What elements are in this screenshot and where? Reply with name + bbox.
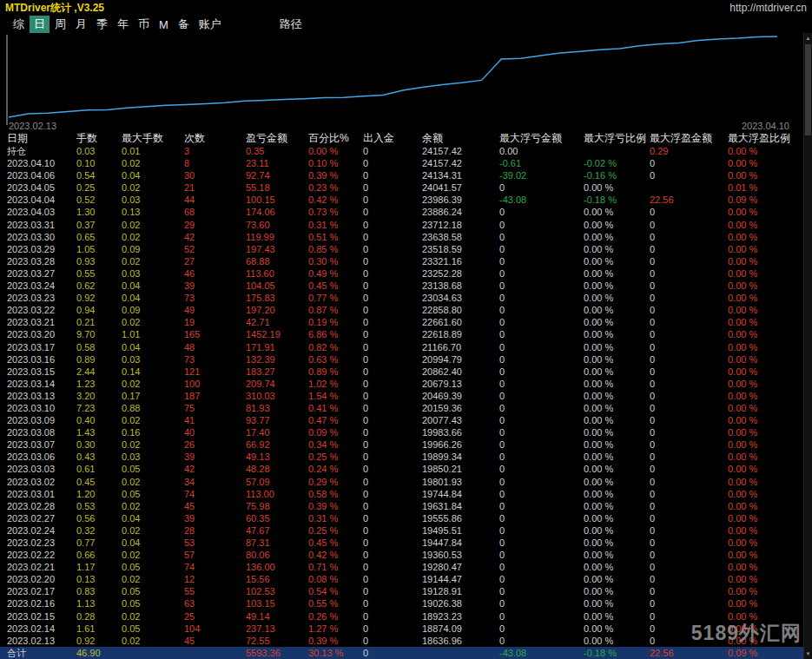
cell-col-4 xyxy=(184,647,246,659)
table-row[interactable]: 2023.03.011.200.0574113.000.58 %019744.8… xyxy=(0,488,803,500)
cell-col-9: 0 xyxy=(499,623,584,635)
cell-col-8: 19026.38 xyxy=(422,597,499,610)
cell-col-12: 0.00 % xyxy=(728,414,803,426)
cell-col-4: 63 xyxy=(184,597,246,610)
cell-col-2: 0.40 xyxy=(76,414,122,426)
table-row[interactable]: 2023.03.107.230.887581.930.41 %020159.36… xyxy=(0,402,803,414)
cell-col-10: 0.00 % xyxy=(584,219,650,231)
menu-item-6[interactable]: 年 xyxy=(113,16,133,33)
table-row[interactable]: 2023.03.240.620.0439104.050.45 %023138.6… xyxy=(0,280,803,292)
table-row[interactable]: 2023.03.141.230.02100209.741.02 %020679.… xyxy=(0,378,803,390)
table-row[interactable]: 2023.02.170.830.0555102.530.54 %019128.9… xyxy=(0,585,803,597)
cell-col-10: 0.00 % xyxy=(584,243,650,255)
table-row[interactable]: 2023.02.270.560.043960.350.31 %019555.86… xyxy=(0,512,803,524)
cell-col-11: 0 xyxy=(650,549,728,561)
cell-col-3: 0.02 xyxy=(122,255,184,267)
cell-col-8: 23138.68 xyxy=(422,280,499,292)
cell-col-3: 0.02 xyxy=(122,549,184,561)
table-row[interactable]: 2023.03.300.650.0242119.990.51 %023638.5… xyxy=(0,231,803,243)
menu-item-1[interactable]: 综 xyxy=(9,16,29,33)
menu-item-2[interactable]: 日 xyxy=(30,16,50,33)
table-row[interactable]: 2023.03.280.930.022768.880.30 %023321.16… xyxy=(0,255,803,267)
table-total-row[interactable]: 合计46.905593.3630.13 %0-43.08-0.18 %22.56… xyxy=(0,647,803,659)
table-row[interactable]: 2023.02.161.130.0563103.150.55 %019026.3… xyxy=(0,597,803,610)
table-row[interactable]: 2023.02.230.770.045387.310.45 %019447.84… xyxy=(0,537,803,549)
table-row[interactable]: 2023.03.020.450.023457.090.29 %019801.93… xyxy=(0,476,803,488)
table-row[interactable]: 2023.03.070.300.022666.920.34 %019966.26… xyxy=(0,438,803,451)
table-row[interactable]: 2023.04.050.250.022155.180.23 %024041.57… xyxy=(0,181,803,194)
table-row[interactable]: 2023.03.220.940.0949197.200.87 %022858.8… xyxy=(0,304,803,316)
cell-col-4: 29 xyxy=(184,219,246,231)
table-row[interactable]: 2023.02.280.530.024575.980.39 %019631.84… xyxy=(0,500,803,512)
scrollbar-thumb[interactable] xyxy=(805,44,811,135)
cell-col-9: 0 xyxy=(499,353,584,366)
table-row[interactable]: 2023.03.209.701.011651452.196.86 %022618… xyxy=(0,328,803,340)
column-header-10: 最大浮亏比例 xyxy=(584,132,650,145)
chart-end-date-label: 2023.04.10 xyxy=(742,121,789,131)
table-row[interactable]: 2023.04.100.100.02823.110.10 %024157.42-… xyxy=(0,157,803,169)
vertical-scrollbar[interactable]: ▲ ▼ xyxy=(803,33,812,659)
cell-col-11: 0 xyxy=(650,414,728,426)
cell-col-8: 22618.89 xyxy=(422,328,499,340)
table-row[interactable]: 2023.04.031.300.1368174.060.73 %023886.2… xyxy=(0,206,803,218)
cell-col-12: 0.00 % xyxy=(728,635,803,647)
cell-col-5: 136.00 xyxy=(246,561,308,573)
cell-col-6: 0.31 % xyxy=(308,512,363,524)
cell-col-5: 113.60 xyxy=(246,267,308,280)
menu-item-path[interactable]: 路径 xyxy=(275,16,307,33)
menu-item-10[interactable]: 账户 xyxy=(195,16,226,33)
table-row[interactable]: 2023.03.060.430.033949.130.25 %019899.34… xyxy=(0,451,803,463)
table-row[interactable]: 2023.03.291.050.0952197.430.85 %023518.5… xyxy=(0,243,803,255)
cell-col-9: 0 xyxy=(499,243,584,255)
cell-col-8: 19801.93 xyxy=(422,476,499,488)
menu-item-8[interactable]: M xyxy=(155,17,173,32)
table-row[interactable]: 2023.03.230.920.0473175.830.77 %023034.6… xyxy=(0,292,803,304)
scroll-up-arrow-icon[interactable]: ▲ xyxy=(804,33,812,43)
table-row[interactable]: 2023.03.090.400.024193.770.47 %020077.43… xyxy=(0,414,803,426)
table-row[interactable]: 2023.02.220.660.025780.060.42 %019360.53… xyxy=(0,549,803,561)
cell-col-1: 2023.03.20 xyxy=(7,328,76,340)
cell-col-7: 0 xyxy=(363,255,422,267)
cell-col-7: 0 xyxy=(363,610,422,623)
cell-col-12: 0.00 % xyxy=(728,573,803,585)
cell-col-2: 0.10 xyxy=(76,157,122,169)
table-row[interactable]: 持仓0.030.0130.350.00 %024157.420.000.290.… xyxy=(0,145,803,157)
cell-col-3: 0.05 xyxy=(122,463,184,475)
table-row[interactable]: 2023.02.150.280.022549.140.26 %018923.23… xyxy=(0,610,803,623)
table-row[interactable]: 2023.02.211.170.0574136.000.71 %019280.4… xyxy=(0,561,803,573)
cell-col-11: 22.56 xyxy=(650,194,728,206)
cell-col-11: 0 xyxy=(650,573,728,585)
table-row[interactable]: 2023.02.240.320.022847.670.25 %019495.51… xyxy=(0,524,803,537)
table-row[interactable]: 2023.02.130.920.024572.550.39 %018636.96… xyxy=(0,635,803,647)
table-row[interactable]: 2023.04.040.520.0344100.150.42 %023986.3… xyxy=(0,194,803,206)
cell-col-6: 0.63 % xyxy=(308,353,363,366)
cell-col-6: 0.58 % xyxy=(308,488,363,500)
cell-col-9: -39.02 xyxy=(499,169,584,181)
table-row[interactable]: 2023.03.270.550.0346113.600.49 %023252.2… xyxy=(0,267,803,280)
menu-item-5[interactable]: 季 xyxy=(92,16,112,33)
table-row[interactable]: 2023.03.310.370.022973.600.31 %023712.18… xyxy=(0,219,803,231)
cell-col-7: 0 xyxy=(363,267,422,280)
scroll-down-arrow-icon[interactable]: ▼ xyxy=(804,649,812,659)
menu-item-7[interactable]: 币 xyxy=(134,16,154,33)
cell-col-6: 0.08 % xyxy=(308,573,363,585)
cell-col-8: 18636.96 xyxy=(422,635,499,647)
table-row[interactable]: 2023.03.160.890.0373132.390.63 %020994.7… xyxy=(0,353,803,366)
table-row[interactable]: 2023.04.060.540.043092.740.39 %024134.31… xyxy=(0,169,803,181)
cell-col-4: 68 xyxy=(184,206,246,218)
table-row[interactable]: 2023.02.141.610.05104237.131.27 %018874.… xyxy=(0,623,803,635)
table-row[interactable]: 2023.02.200.130.021215.560.08 %019144.47… xyxy=(0,573,803,585)
table-row[interactable]: 2023.03.152.440.14121183.270.89 %020862.… xyxy=(0,366,803,378)
menu-item-4[interactable]: 月 xyxy=(71,16,91,33)
cell-col-3: 0.02 xyxy=(122,500,184,512)
table-row[interactable]: 2023.03.133.200.17187310.031.54 %020469.… xyxy=(0,390,803,402)
table-row[interactable]: 2023.03.210.210.021942.710.19 %022661.60… xyxy=(0,316,803,328)
menu-item-9[interactable]: 备 xyxy=(174,16,194,33)
table-row[interactable]: 2023.03.030.610.054248.280.24 %019850.21… xyxy=(0,463,803,475)
cell-col-12: 0.00 % xyxy=(728,623,803,635)
table-row[interactable]: 2023.03.170.580.0448171.910.82 %021166.7… xyxy=(0,341,803,353)
cell-col-1: 2023.02.27 xyxy=(7,512,76,524)
menu-item-3[interactable]: 周 xyxy=(50,16,70,33)
table-row[interactable]: 2023.03.081.430.164017.400.09 %019983.66… xyxy=(0,426,803,438)
cell-col-2: 0.89 xyxy=(76,353,122,366)
